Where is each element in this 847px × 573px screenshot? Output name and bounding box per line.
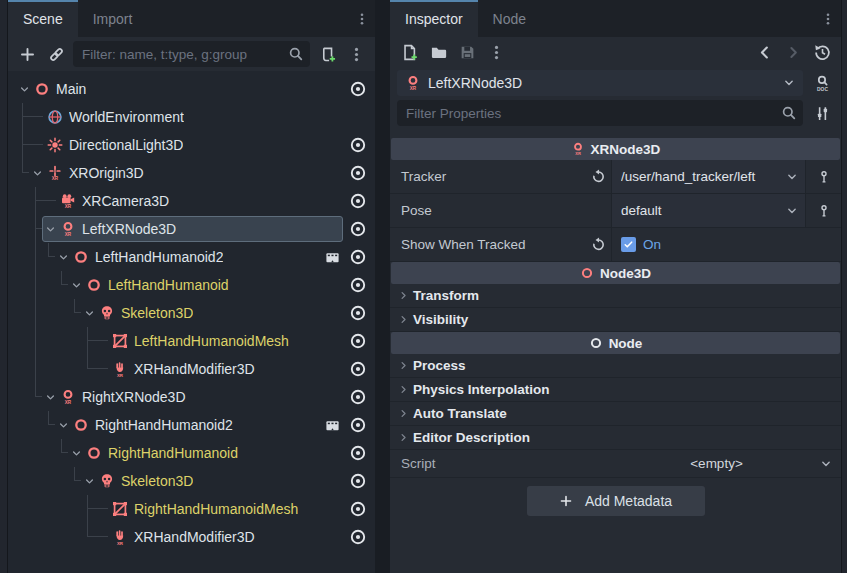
xr-origin-icon [47, 165, 63, 181]
tree-row-directionallight3d[interactable]: DirectionalLight3D [16, 131, 373, 159]
node-selector-row: LeftXRNode3D [390, 68, 841, 98]
visibility-toggle[interactable] [343, 137, 373, 153]
tree-row-leftxrnode3d[interactable]: LeftXRNode3D [16, 215, 373, 243]
chevron-down-icon[interactable] [17, 75, 32, 103]
visibility-toggle[interactable] [343, 501, 373, 517]
resource-menu-icon[interactable] [484, 41, 508, 65]
inspector-tools-button[interactable] [810, 101, 834, 125]
chevron-right-icon [398, 314, 409, 325]
history-icon[interactable] [810, 41, 834, 65]
tab-inspector[interactable]: Inspector [390, 0, 478, 37]
tree-row-skeleton3d-right[interactable]: Skeleton3D [16, 467, 373, 495]
scene-filter-input[interactable] [82, 47, 288, 62]
group-physics-interpolation[interactable]: Physics Interpolation [390, 378, 841, 402]
visibility-toggle[interactable] [343, 333, 373, 349]
chevron-down-icon[interactable] [43, 383, 58, 411]
category-node3d[interactable]: Node3D [391, 262, 840, 284]
tree-row-xrhandmodifier3d-left[interactable]: XRHandModifier3D [16, 355, 373, 383]
visibility-toggle[interactable] [343, 445, 373, 461]
chevron-down-icon[interactable] [69, 439, 84, 467]
revert-icon[interactable] [591, 237, 606, 252]
history-forward-button[interactable] [781, 41, 805, 65]
xr-hand-icon [112, 361, 128, 377]
visibility-toggle[interactable] [343, 417, 373, 433]
tracker-dropdown[interactable]: /user/hand_tracker/left [612, 160, 805, 193]
tree-row-lefthandhumanoid[interactable]: LeftHandHumanoid [16, 271, 373, 299]
visibility-toggle[interactable] [343, 529, 373, 545]
category-node[interactable]: Node [391, 332, 840, 354]
check-icon [623, 239, 634, 250]
chevron-down-icon[interactable] [30, 159, 45, 187]
visibility-toggle[interactable] [343, 165, 373, 181]
dock-menu-icon[interactable] [349, 0, 375, 37]
tree-row-xrhandmodifier3d-right[interactable]: XRHandModifier3D [16, 523, 373, 551]
visibility-toggle[interactable] [343, 193, 373, 209]
category-xrnode3d[interactable]: XRNode3D [391, 138, 840, 160]
node-selector[interactable]: LeftXRNode3D [397, 70, 803, 96]
tree-row-righthandhumanoid[interactable]: RightHandHumanoid [16, 439, 373, 467]
xr-node-icon [405, 75, 421, 91]
group-auto-translate[interactable]: Auto Translate [390, 402, 841, 426]
group-editor-description[interactable]: Editor Description [390, 426, 841, 450]
tree-row-lefthandhumanoidmesh[interactable]: LeftHandHumanoidMesh [16, 327, 373, 355]
tree-row-xrorigin3d[interactable]: XROrigin3D [16, 159, 373, 187]
visibility-toggle[interactable] [343, 361, 373, 377]
group-process[interactable]: Process [390, 354, 841, 378]
xr-node-icon [571, 142, 585, 156]
visibility-toggle[interactable] [343, 81, 373, 97]
chevron-down-icon[interactable] [82, 467, 97, 495]
pose-dropdown[interactable]: default [612, 194, 805, 227]
chevron-down-icon[interactable] [43, 215, 58, 243]
save-resource-button[interactable] [455, 41, 479, 65]
visibility-toggle[interactable] [343, 277, 373, 293]
tree-row-main[interactable]: Main [16, 75, 373, 103]
chevron-down-icon[interactable] [82, 299, 97, 327]
tree-row-lefthandhumanoid2[interactable]: LeftHandHumanoid2 [16, 243, 373, 271]
history-back-button[interactable] [752, 41, 776, 65]
group-visibility[interactable]: Visibility [390, 308, 841, 332]
tree-row-righthandhumanoid2[interactable]: RightHandHumanoid2 [16, 411, 373, 439]
pin-icon [817, 204, 831, 218]
load-resource-button[interactable] [426, 41, 450, 65]
chevron-down-icon[interactable] [69, 271, 84, 299]
attach-script-button[interactable] [315, 42, 339, 66]
instance-scene-button[interactable] [44, 42, 68, 66]
scene-tree-menu-icon[interactable] [344, 42, 368, 66]
search-icon [288, 46, 304, 62]
chevron-down-icon [786, 205, 798, 217]
add-node-button[interactable] [15, 42, 39, 66]
pin-value-button[interactable] [805, 160, 841, 193]
filter-properties-box [397, 100, 803, 126]
instanced-scene-icon[interactable] [321, 418, 343, 433]
chevron-down-icon [786, 171, 798, 183]
visibility-toggle[interactable] [343, 389, 373, 405]
pin-value-button[interactable] [805, 194, 841, 227]
chevron-down-icon[interactable] [56, 243, 71, 271]
visibility-toggle[interactable] [343, 473, 373, 489]
open-docs-button[interactable] [810, 71, 834, 95]
group-transform[interactable]: Transform [390, 284, 841, 308]
chevron-right-icon [398, 408, 409, 419]
add-metadata-button[interactable]: Add Metadata [527, 486, 705, 516]
dock-menu-icon[interactable] [815, 0, 841, 37]
tree-row-skeleton3d-left[interactable]: Skeleton3D [16, 299, 373, 327]
tab-scene[interactable]: Scene [8, 0, 78, 37]
visibility-toggle[interactable] [343, 249, 373, 265]
tree-row-xrcamera3d[interactable]: XRCamera3D [16, 187, 373, 215]
filter-properties-row [390, 98, 841, 128]
script-value[interactable]: <empty> [613, 456, 820, 471]
tree-row-rightxrnode3d[interactable]: RightXRNode3D [16, 383, 373, 411]
instanced-scene-icon[interactable] [321, 250, 343, 265]
revert-icon[interactable] [591, 169, 606, 184]
visibility-toggle[interactable] [343, 305, 373, 321]
new-resource-button[interactable] [397, 41, 421, 65]
tab-import[interactable]: Import [78, 0, 148, 37]
chevron-down-icon[interactable] [56, 411, 71, 439]
dock-splitter[interactable] [375, 0, 390, 573]
filter-properties-input[interactable] [406, 106, 781, 121]
visibility-toggle[interactable] [343, 221, 373, 237]
checkbox-checked[interactable] [621, 237, 636, 252]
tree-row-righthandhumanoidmesh[interactable]: RightHandHumanoidMesh [16, 495, 373, 523]
tree-row-worldenvironment[interactable]: WorldEnvironment [16, 103, 373, 131]
tab-node[interactable]: Node [478, 0, 541, 37]
